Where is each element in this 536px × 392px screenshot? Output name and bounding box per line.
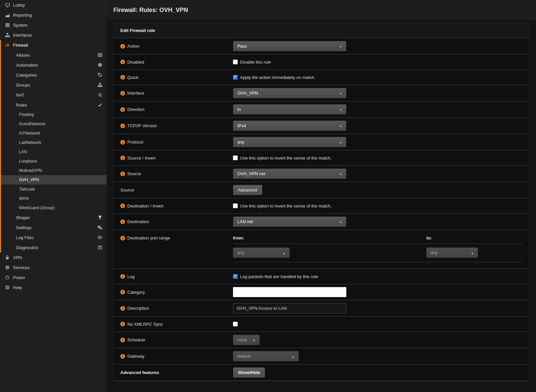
form-row-action: Action Pass — [114, 38, 529, 55]
form-row-ip-version: TCP/IP Version IPv4 — [114, 118, 529, 134]
destination-port-range-label: Destination port range — [114, 233, 233, 240]
interface-select[interactable]: OVH_VPN — [233, 88, 346, 98]
sidebar-item-aliases[interactable]: Aliases — [1, 50, 107, 60]
destination-select[interactable]: LAN net — [233, 216, 346, 227]
sidebar-item-vpn[interactable]: VPN — [0, 252, 107, 262]
sidebar-item-interfaces[interactable]: Interfaces — [0, 30, 107, 40]
sidebar-item-label: LAN — [19, 150, 27, 154]
info-icon[interactable] — [120, 44, 125, 49]
sidebar-item-rule-guestnetwork[interactable]: GuestNetwork — [1, 119, 107, 129]
disabled-checkbox[interactable] — [233, 60, 238, 64]
schedule-label: Schedule — [114, 337, 233, 342]
exchange-icon — [98, 93, 102, 97]
port-to-select[interactable]: any — [426, 247, 478, 258]
direction-select[interactable]: in — [233, 104, 346, 115]
info-icon[interactable] — [120, 124, 125, 128]
description-label: Description — [114, 306, 233, 311]
info-icon[interactable] — [120, 172, 125, 176]
show-hide-button[interactable]: Show/Hide — [233, 367, 265, 378]
info-icon[interactable] — [120, 290, 125, 294]
info-icon[interactable] — [120, 236, 125, 240]
sidebar-item-nat[interactable]: NAT — [1, 90, 107, 100]
sidebar-item-rule-tailscale[interactable]: Tailscale — [1, 185, 107, 194]
sidebar-item-rule-labnetwork[interactable]: LabNetwork — [1, 138, 107, 147]
source-invert-checkbox[interactable] — [233, 156, 238, 160]
source-advanced-button[interactable]: Advanced — [233, 185, 262, 195]
info-icon[interactable] — [120, 322, 125, 326]
sidebar-item-automation[interactable]: Automation — [1, 60, 107, 70]
info-icon[interactable] — [120, 338, 125, 342]
sidebar-item-label: WireGuard (Group) — [19, 205, 55, 210]
action-select[interactable]: Pass — [233, 41, 346, 51]
sidebar-item-rule-wan[interactable]: WAN — [1, 194, 107, 203]
info-icon[interactable] — [120, 60, 125, 64]
no-xmlrpc-sync-checkbox[interactable] — [233, 322, 238, 326]
gateway-select[interactable]: default — [233, 351, 299, 361]
destination-label: Destination — [114, 219, 233, 224]
sidebar-item-label: WAN — [19, 196, 29, 201]
sidebar-item-services[interactable]: Services — [0, 262, 107, 272]
sidebar-item-reporting[interactable]: Reporting — [0, 10, 107, 20]
sidebar-item-label: Shaper — [16, 215, 30, 220]
sidebar-item-rule-lan[interactable]: LAN — [1, 147, 107, 157]
info-icon[interactable] — [120, 274, 125, 279]
info-icon[interactable] — [120, 306, 125, 311]
port-from-select[interactable]: any — [233, 247, 290, 258]
sidebar-item-categories[interactable]: Categories — [1, 70, 107, 80]
sidebar-item-rule-mullvadvpn[interactable]: MullvadVPN — [1, 166, 107, 175]
sidebar-item-log-files[interactable]: Log Files — [1, 232, 107, 242]
sidebar-item-settings[interactable]: Settings — [1, 222, 107, 232]
caret-up-icon — [292, 354, 294, 359]
disabled-label: Disabled — [114, 60, 233, 65]
info-icon[interactable] — [120, 203, 125, 208]
sidebar-item-label: Power — [13, 275, 25, 280]
sidebar-item-rules[interactable]: Rules — [1, 100, 107, 110]
sidebar-item-lobby[interactable]: Lobby — [0, 0, 107, 10]
info-icon[interactable] — [120, 91, 125, 96]
category-label: Category — [114, 290, 233, 295]
sidebar-item-help[interactable]: Help — [0, 282, 107, 292]
ip-version-label: TCP/IP Version — [114, 123, 233, 128]
destination-invert-checkbox[interactable] — [233, 203, 238, 208]
form-row-advanced-features: Advanced features Show/Hide — [114, 365, 529, 381]
form-row-source-advanced: Source Advanced — [114, 182, 529, 198]
sidebar-item-rule-loopback[interactable]: Loopback — [1, 157, 107, 166]
sidebar-item-rule-iotnetwork[interactable]: IoTNetwork — [1, 129, 107, 138]
schedule-select[interactable]: none — [233, 335, 260, 345]
sidebar-item-rule-ovh-vpn[interactable]: OVH_VPN — [1, 175, 107, 185]
protocol-select[interactable]: any — [233, 137, 346, 147]
page-header: Firewall: Rules: OVH_VPN — [107, 0, 536, 21]
eye-icon — [97, 235, 102, 240]
sidebar-item-groups[interactable]: Groups — [1, 80, 107, 90]
sidebar-item-rule-floating[interactable]: Floating — [1, 110, 107, 119]
form-row-source: Source OVH_VPN net — [114, 166, 529, 182]
source-select[interactable]: OVH_VPN net — [233, 169, 346, 179]
info-icon[interactable] — [120, 354, 125, 359]
source-invert-checkbox-text: Use this option to invert the sense of t… — [240, 156, 332, 161]
info-icon[interactable] — [120, 75, 125, 80]
check-icon — [98, 103, 102, 107]
info-icon[interactable] — [120, 140, 125, 145]
sidebar-item-diagnostics[interactable]: Diagnostics — [1, 242, 107, 252]
form-row-quick: Quick Apply the action immediately on ma… — [114, 70, 529, 85]
quick-label: Quick — [114, 75, 233, 80]
filter-icon — [98, 215, 102, 220]
form-row-category: Category — [114, 284, 529, 300]
info-icon[interactable] — [120, 219, 125, 224]
info-icon[interactable] — [120, 107, 125, 112]
sidebar-item-label: IoTNetwork — [19, 131, 40, 136]
sidebar-item-label: GuestNetwork — [19, 122, 45, 126]
category-input[interactable] — [233, 287, 346, 297]
sidebar-item-shaper[interactable]: Shaper — [1, 212, 107, 222]
ip-version-select[interactable]: IPv4 — [233, 121, 346, 131]
quick-checkbox[interactable] — [233, 75, 238, 80]
sidebar-item-firewall[interactable]: Firewall — [1, 40, 107, 50]
log-checkbox[interactable] — [233, 274, 238, 279]
sidebar-item-rule-wireguard-group[interactable]: WireGuard (Group) — [1, 203, 107, 212]
info-icon[interactable] — [120, 156, 125, 160]
sidebar-item-system[interactable]: System — [0, 20, 107, 30]
action-label: Action — [114, 44, 233, 49]
description-input[interactable] — [233, 303, 346, 313]
sidebar-item-power[interactable]: Power — [0, 272, 107, 282]
form-row-disabled: Disabled Disable this rule — [114, 55, 529, 70]
